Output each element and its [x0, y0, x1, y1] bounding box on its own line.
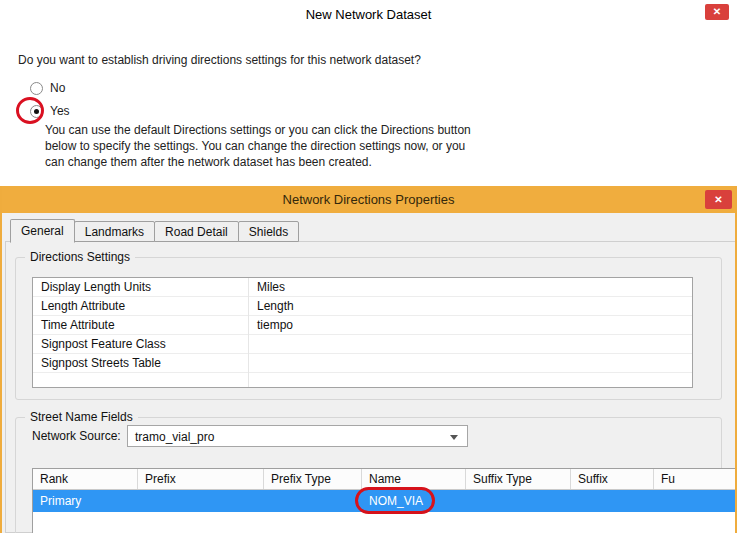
table-row[interactable]: Signpost Feature Class — [33, 335, 692, 354]
radio-yes-label: Yes — [50, 104, 70, 119]
column-header-rank: Rank — [33, 469, 138, 489]
dialog-title: Network Directions Properties — [0, 192, 737, 207]
table-row[interactable]: Time Attribute tiempo — [33, 316, 692, 335]
cell-suffix-type — [466, 490, 571, 512]
description-line: below to specify the settings. You can c… — [45, 138, 471, 154]
street-table-header: Rank Prefix Prefix Type Name Suffix Type… — [33, 469, 737, 490]
network-source-dropdown[interactable]: tramo_vial_pro — [127, 425, 468, 447]
cell-suffix — [571, 490, 654, 512]
network-source-label: Network Source: — [32, 429, 121, 443]
column-header-suffix: Suffix — [571, 469, 654, 489]
cell-prefix-type — [264, 490, 362, 512]
street-name-table: Rank Prefix Prefix Type Name Suffix Type… — [32, 468, 737, 533]
column-header-fu: Fu — [654, 469, 737, 489]
tab-shields[interactable]: Shields — [238, 221, 299, 242]
close-icon: ✕ — [714, 194, 722, 205]
tab-road-detail[interactable]: Road Detail — [154, 221, 239, 242]
setting-value[interactable]: tiempo — [248, 316, 293, 334]
table-column-divider — [248, 278, 249, 387]
network-source-value: tramo_vial_pro — [135, 429, 214, 445]
cell-rank: Primary — [33, 490, 138, 512]
dialog-title: New Network Dataset — [0, 7, 737, 22]
setting-property: Signpost Streets Table — [33, 354, 248, 372]
table-row[interactable]: Length Attribute Length — [33, 297, 692, 316]
directions-settings-table: Display Length Units Miles Length Attrib… — [32, 277, 693, 388]
cell-prefix — [138, 490, 264, 512]
table-row[interactable]: Signpost Streets Table — [33, 354, 692, 373]
radio-option-yes[interactable]: Yes — [30, 104, 70, 119]
close-button[interactable]: ✕ — [705, 4, 729, 20]
radio-yes-icon[interactable] — [30, 105, 43, 118]
setting-value[interactable]: Length — [248, 297, 294, 315]
column-header-suffix-type: Suffix Type — [466, 469, 571, 489]
setting-property: Length Attribute — [33, 297, 248, 315]
cell-name[interactable]: NOM_VIA — [362, 490, 466, 512]
network-directions-properties-dialog: Network Directions Properties ✕ General … — [0, 186, 737, 533]
chevron-down-icon — [450, 435, 458, 440]
setting-value[interactable] — [248, 335, 257, 353]
directions-description: You can use the default Directions setti… — [45, 122, 471, 170]
radio-no-icon[interactable] — [30, 82, 43, 95]
setting-property: Time Attribute — [33, 316, 248, 334]
table-row[interactable]: Display Length Units Miles — [33, 278, 692, 297]
dialog-titlebar: Network Directions Properties ✕ — [0, 186, 737, 213]
tab-landmarks[interactable]: Landmarks — [74, 221, 155, 242]
tab-bar: General Landmarks Road Detail Shields — [10, 221, 298, 242]
close-button[interactable]: ✕ — [705, 190, 732, 209]
column-header-prefix-type: Prefix Type — [264, 469, 362, 489]
setting-value[interactable] — [248, 354, 257, 372]
tab-general[interactable]: General — [10, 219, 75, 243]
street-table-row-primary[interactable]: Primary NOM_VIA — [33, 490, 737, 512]
radio-option-no[interactable]: No — [30, 81, 65, 96]
setting-property: Signpost Feature Class — [33, 335, 248, 353]
description-line: You can use the default Directions setti… — [45, 122, 471, 138]
driving-directions-question: Do you want to establish driving directi… — [18, 53, 421, 67]
setting-property: Display Length Units — [33, 278, 248, 296]
radio-no-label: No — [50, 81, 65, 96]
group-label: Directions Settings — [25, 250, 135, 265]
column-header-prefix: Prefix — [138, 469, 264, 489]
column-header-name: Name — [362, 469, 466, 489]
close-icon: ✕ — [713, 6, 721, 17]
description-line: can change them after the network datase… — [45, 154, 471, 170]
group-label: Street Name Fields — [25, 410, 138, 425]
setting-value[interactable]: Miles — [248, 278, 285, 296]
